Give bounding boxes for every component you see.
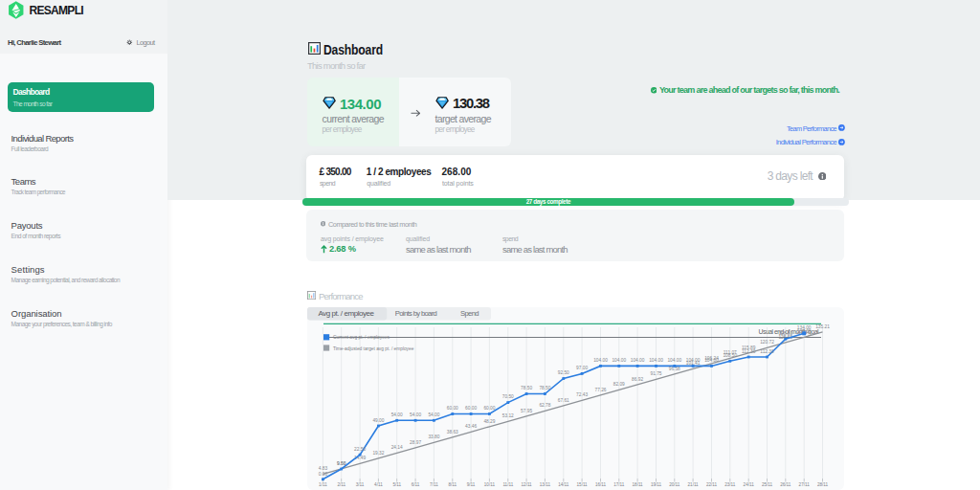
svg-text:92.50: 92.50	[558, 370, 569, 375]
svg-text:6/11: 6/11	[412, 482, 420, 487]
svg-text:78.50: 78.50	[539, 386, 550, 390]
svg-text:10/11: 10/11	[484, 482, 496, 487]
svg-text:0.00: 0.00	[319, 472, 328, 477]
svg-text:19.32: 19.32	[372, 451, 384, 456]
svg-text:28/11: 28/11	[817, 482, 829, 487]
svg-text:24.14: 24.14	[391, 445, 403, 450]
svg-text:14/11: 14/11	[558, 482, 569, 487]
svg-text:4.83: 4.83	[319, 466, 328, 471]
svg-text:Avg pt. / employee: Avg pt. / employee	[318, 309, 374, 318]
svg-text:16/11: 16/11	[595, 482, 607, 487]
svg-text:19/11: 19/11	[651, 482, 662, 487]
svg-text:9/11: 9/11	[467, 482, 476, 487]
svg-text:38.63: 38.63	[447, 430, 458, 434]
svg-text:11/11: 11/11	[502, 482, 513, 487]
svg-text:60.00: 60.00	[483, 406, 495, 411]
svg-text:48.29: 48.29	[483, 419, 495, 424]
svg-text:104.00: 104.00	[667, 358, 681, 363]
svg-text:120.72: 120.72	[760, 340, 774, 345]
svg-text:20/11: 20/11	[669, 482, 680, 487]
svg-text:128.80: 128.80	[778, 331, 792, 336]
svg-text:24/11: 24/11	[744, 482, 755, 487]
svg-text:86.92: 86.92	[632, 377, 643, 382]
svg-text:8/11: 8/11	[448, 482, 457, 487]
svg-text:60.00: 60.00	[447, 406, 458, 411]
svg-text:104.00: 104.00	[593, 358, 608, 363]
svg-text:21/11: 21/11	[688, 482, 700, 487]
svg-text:54.00: 54.00	[391, 412, 403, 417]
svg-text:26/11: 26/11	[780, 482, 791, 487]
svg-text:25/11: 25/11	[762, 482, 773, 487]
svg-text:28.97: 28.97	[410, 440, 421, 445]
svg-text:43.46: 43.46	[465, 424, 477, 429]
svg-text:108.50: 108.50	[723, 353, 737, 358]
svg-text:13/11: 13/11	[540, 482, 551, 487]
svg-text:77.26: 77.26	[594, 388, 606, 392]
svg-text:70.50: 70.50	[502, 394, 514, 399]
svg-text:112.30: 112.30	[760, 349, 774, 354]
svg-text:104.00: 104.00	[649, 358, 663, 363]
svg-text:54.00: 54.00	[428, 412, 439, 417]
svg-text:17/11: 17/11	[613, 482, 625, 487]
svg-text:15/11: 15/11	[577, 482, 589, 487]
svg-text:Time-adjusted target avg pt. /: Time-adjusted target avg pt. / employee	[333, 346, 414, 351]
svg-text:27/11: 27/11	[799, 482, 811, 487]
svg-text:78.50: 78.50	[521, 386, 532, 390]
svg-text:60.00: 60.00	[465, 406, 477, 411]
svg-text:5/11: 5/11	[392, 482, 401, 487]
svg-text:12/11: 12/11	[522, 482, 533, 487]
svg-text:72.43: 72.43	[576, 392, 588, 397]
svg-text:4/11: 4/11	[374, 482, 383, 487]
svg-text:82.09: 82.09	[613, 382, 625, 387]
svg-text:3/11: 3/11	[356, 482, 365, 487]
svg-text:23/11: 23/11	[724, 482, 736, 487]
svg-text:22.50: 22.50	[354, 447, 366, 452]
svg-text:18/11: 18/11	[633, 482, 644, 487]
svg-text:104.00: 104.00	[612, 358, 626, 363]
svg-text:62.78: 62.78	[539, 403, 550, 408]
svg-text:54.00: 54.00	[410, 412, 421, 417]
svg-text:33.80: 33.80	[428, 434, 439, 439]
svg-text:Spend: Spend	[460, 309, 479, 318]
svg-text:104.00: 104.00	[704, 358, 719, 363]
svg-text:135.21: 135.21	[815, 324, 830, 329]
svg-text:91.75: 91.75	[650, 371, 661, 376]
svg-text:57.95: 57.95	[521, 409, 532, 413]
svg-text:112.30: 112.30	[742, 349, 756, 354]
svg-text:104.00: 104.00	[686, 358, 701, 363]
svg-text:49.00: 49.00	[372, 418, 384, 423]
svg-text:104.00: 104.00	[631, 358, 645, 363]
svg-text:134.00: 134.00	[797, 325, 812, 330]
svg-text:2/11: 2/11	[337, 482, 345, 487]
svg-text:97.00: 97.00	[576, 366, 588, 370]
svg-text:9.50: 9.50	[337, 461, 346, 466]
svg-text:67.61: 67.61	[558, 398, 569, 403]
svg-text:22/11: 22/11	[706, 482, 718, 487]
svg-text:7/11: 7/11	[430, 482, 438, 487]
svg-text:53.12: 53.12	[502, 413, 514, 418]
svg-text:1/11: 1/11	[319, 482, 327, 487]
svg-text:Points by board: Points by board	[395, 309, 437, 318]
svg-text:Current avg pt. / employees: Current avg pt. / employees	[333, 335, 390, 340]
